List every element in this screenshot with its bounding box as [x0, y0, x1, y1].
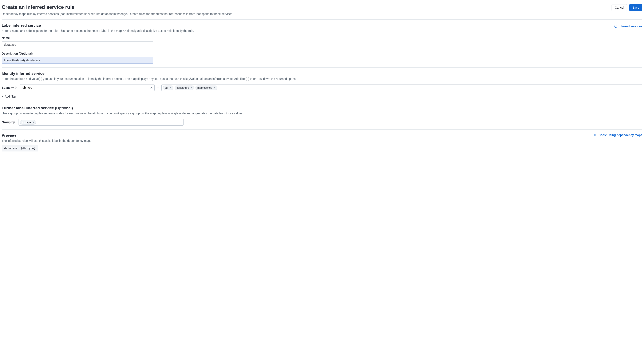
value-chip[interactable]: sql ✕ — [163, 86, 174, 90]
book-icon — [594, 134, 597, 137]
label-section-title: Label inferred service — [2, 24, 41, 28]
value-chip[interactable]: cassandra ✕ — [175, 86, 194, 90]
group-by-chip[interactable]: db.type ✕ — [20, 120, 36, 124]
close-icon — [150, 86, 152, 89]
docs-link-text: Docs: Using dependency maps — [598, 133, 642, 137]
chip-label: memcached — [198, 86, 212, 89]
chip-remove-icon[interactable]: ✕ — [32, 121, 34, 124]
preview-subtitle: The inferred service will use this as it… — [2, 139, 91, 142]
docs-link[interactable]: Docs: Using dependency maps — [594, 133, 642, 137]
attribute-input[interactable] — [20, 84, 155, 91]
inferred-services-link[interactable]: Inferred services — [614, 25, 642, 28]
label-section-subtitle: Enter a name and a description for the r… — [2, 29, 642, 32]
page-subtitle: Dependency maps display inferred service… — [2, 12, 642, 16]
chip-remove-icon[interactable]: ✕ — [170, 86, 172, 89]
plus-icon: + — [2, 95, 3, 98]
divider — [2, 68, 642, 68]
preview-code: database: {db.type} — [2, 145, 38, 152]
name-label: Name — [2, 36, 642, 40]
value-chip[interactable]: memcached ✕ — [196, 86, 218, 90]
cancel-button[interactable]: Cancel — [612, 4, 627, 11]
chip-remove-icon[interactable]: ✕ — [190, 86, 192, 89]
inferred-services-link-text: Inferred services — [619, 25, 642, 28]
info-icon — [614, 25, 618, 28]
values-tag-input[interactable]: sql ✕ cassandra ✕ memcached ✕ — [161, 84, 642, 91]
chip-label: sql — [165, 86, 168, 89]
group-by-input[interactable]: db.type ✕ — [18, 119, 184, 126]
header-actions: Cancel Save — [612, 4, 642, 11]
name-input[interactable] — [2, 41, 153, 48]
group-by-label: Group by — [2, 120, 15, 124]
chip-label: db.type — [22, 121, 31, 124]
preview-section-title: Preview — [2, 133, 91, 138]
save-button[interactable]: Save — [629, 4, 642, 11]
description-input[interactable] — [2, 57, 153, 64]
spans-with-label: Spans with — [2, 86, 17, 89]
further-section-title: Further label inferred service (Optional… — [2, 106, 642, 110]
identify-section-title: Identify inferred service — [2, 72, 642, 76]
further-section-subtitle: Use a group by value to display separate… — [2, 112, 642, 115]
clear-attribute-button[interactable] — [150, 86, 153, 90]
divider — [2, 102, 642, 102]
divider — [2, 129, 642, 130]
chip-remove-icon[interactable]: ✕ — [214, 86, 216, 89]
add-filter-button[interactable]: + Add filter — [2, 95, 16, 98]
description-label: Description (Optional) — [2, 52, 642, 55]
chip-label: cassandra — [176, 86, 189, 89]
identify-section-subtitle: Enter the attribute and value(s) you use… — [2, 77, 642, 80]
add-filter-label: Add filter — [5, 95, 16, 98]
equals-sign: = — [157, 86, 159, 89]
svg-point-2 — [616, 26, 616, 26]
page-title: Create an inferred service rule — [2, 4, 74, 10]
